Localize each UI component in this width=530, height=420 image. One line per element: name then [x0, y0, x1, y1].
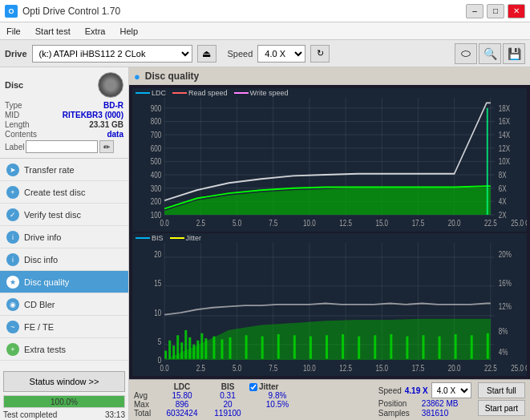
nav-transfer-rate[interactable]: ➤ Transfer rate	[0, 159, 128, 181]
jitter-checkbox[interactable]	[249, 383, 257, 391]
max-jitter-val: 10.5%	[249, 400, 305, 409]
svg-text:700: 700	[151, 131, 161, 139]
stats-main-row: LDC BIS Jitter Avg 15.80 0.31 9.8%	[134, 382, 525, 418]
svg-rect-96	[326, 335, 328, 358]
svg-text:2.5: 2.5	[196, 219, 205, 228]
disc-length-row: Length 23.31 GB	[5, 120, 123, 129]
svg-text:2.5: 2.5	[196, 364, 205, 373]
maximize-button[interactable]: □	[487, 4, 504, 18]
svg-rect-81	[180, 342, 183, 358]
titlebar: O Opti Drive Control 1.70 – □ ✕	[0, 0, 530, 22]
app-icon: O	[5, 5, 18, 18]
menu-help[interactable]: Help	[116, 26, 141, 37]
disc-type-label: Type	[5, 101, 22, 110]
bottom-chart-area: BIS Jitter	[132, 233, 527, 377]
svg-text:0.0: 0.0	[160, 364, 169, 373]
disc-mid-value: RITEKBR3 (000)	[63, 111, 123, 119]
legend-ldc: LDC	[136, 89, 166, 97]
svg-text:7.5: 7.5	[269, 364, 277, 373]
svg-text:12%: 12%	[499, 302, 512, 311]
svg-text:15.0: 15.0	[375, 364, 388, 373]
toolbar-btn-2[interactable]: 🔍	[479, 43, 501, 64]
speed-select[interactable]: 4.0 X	[257, 45, 305, 63]
svg-text:22.5: 22.5	[484, 364, 497, 373]
right-stats: Speed 4.19 X 4.0 X Position 23862 MB Sam…	[378, 382, 475, 418]
toolbar-btn-3[interactable]: 💾	[503, 43, 525, 64]
nav-icon-disc-quality: ★	[6, 276, 19, 289]
menu-start-test[interactable]: Start test	[32, 26, 74, 37]
svg-text:5.0: 5.0	[233, 364, 241, 373]
svg-rect-101	[406, 336, 408, 358]
close-button[interactable]: ✕	[508, 4, 525, 18]
nav-cd-bler[interactable]: ◉ CD Bler	[0, 293, 128, 316]
svg-rect-83	[188, 337, 191, 358]
menu-file[interactable]: File	[3, 26, 24, 37]
status-message: Test completed	[3, 410, 57, 419]
nav-disc-info[interactable]: i Disc info	[0, 248, 128, 271]
start-full-button[interactable]: Start full	[478, 382, 525, 398]
nav-extra-tests[interactable]: + Extra tests	[0, 338, 128, 361]
avg-jitter-val: 9.8%	[249, 391, 305, 400]
stats-bis-header: BIS	[208, 382, 248, 391]
disc-label-edit-button[interactable]: ✏	[99, 140, 114, 153]
svg-text:8X: 8X	[499, 171, 507, 180]
disc-length-label: Length	[5, 120, 30, 129]
disc-label-input[interactable]	[26, 140, 98, 153]
svg-rect-77	[164, 350, 167, 358]
avg-row-label: Avg	[134, 391, 156, 400]
svg-text:15: 15	[154, 278, 161, 287]
eject-button[interactable]: ⏏	[197, 45, 216, 63]
svg-text:12.5: 12.5	[339, 364, 352, 373]
nav-label-fe-te: FE / TE	[24, 322, 54, 332]
nav-verify-test-disc[interactable]: ✓ Verify test disc	[0, 204, 128, 226]
svg-rect-92	[261, 336, 264, 358]
minimize-button[interactable]: –	[466, 4, 483, 18]
max-ldc-val: 896	[158, 400, 206, 409]
svg-text:10X: 10X	[499, 157, 510, 166]
nav-fe-te[interactable]: ~ FE / TE	[0, 316, 128, 338]
nav-create-test-disc[interactable]: + Create test disc	[0, 181, 128, 204]
svg-text:500: 500	[151, 157, 161, 166]
total-ldc-val: 6032424	[158, 409, 206, 418]
svg-rect-104	[455, 333, 457, 358]
svg-text:20.0: 20.0	[448, 219, 461, 228]
svg-rect-80	[176, 335, 179, 358]
disc-length-value: 23.31 GB	[89, 120, 123, 129]
nav-drive-info[interactable]: i Drive info	[0, 226, 128, 248]
start-part-button[interactable]: Start part	[478, 400, 525, 416]
position-row: Position 23862 MB	[378, 399, 475, 408]
nav-label-extra-tests: Extra tests	[24, 345, 66, 354]
disc-header: Disc	[5, 72, 123, 98]
speed-refresh-button[interactable]: ↻	[310, 45, 330, 63]
toolbar-icons: ⬭ 🔍 💾	[455, 43, 525, 64]
jitter-label: Jitter	[259, 382, 278, 391]
menubar: File Start test Extra Help	[0, 22, 530, 40]
content-header: ● Disc quality	[129, 67, 530, 85]
svg-text:5.0: 5.0	[233, 219, 241, 228]
disc-icon	[98, 72, 123, 98]
nav-icon-transfer-rate: ➤	[6, 164, 19, 176]
status-window-button[interactable]: Status window >>	[3, 371, 125, 392]
top-chart-area: LDC Read speed Write speed	[132, 88, 527, 232]
drivebar: Drive (k:) ATAPI iHBS112 2 CLok ⏏ Speed …	[0, 40, 530, 67]
svg-text:10.0: 10.0	[303, 364, 316, 373]
svg-text:20: 20	[154, 250, 161, 259]
nav-icon-cd-bler: ◉	[6, 298, 19, 311]
drive-select[interactable]: (k:) ATAPI iHBS112 2 CLok	[32, 45, 192, 63]
svg-text:10.0: 10.0	[303, 219, 316, 228]
stats-speed-select[interactable]: 4.0 X	[431, 382, 471, 398]
legend-write-label: Write speed	[250, 89, 289, 97]
max-bis-val: 20	[208, 400, 248, 409]
toolbar-btn-1[interactable]: ⬭	[455, 43, 477, 64]
svg-text:10: 10	[154, 309, 161, 317]
speed-stat-value: 4.19 X	[405, 386, 428, 395]
nav-disc-quality[interactable]: ★ Disc quality	[0, 271, 128, 293]
nav-icon-create-test: +	[6, 186, 19, 199]
stats-table: LDC BIS Jitter Avg 15.80 0.31 9.8%	[134, 382, 375, 418]
legend-bis-line	[136, 237, 150, 239]
svg-rect-103	[439, 336, 441, 358]
menu-extra[interactable]: Extra	[82, 26, 109, 37]
svg-text:7.5: 7.5	[269, 219, 277, 228]
svg-text:16X: 16X	[499, 117, 510, 126]
svg-rect-82	[184, 329, 187, 358]
